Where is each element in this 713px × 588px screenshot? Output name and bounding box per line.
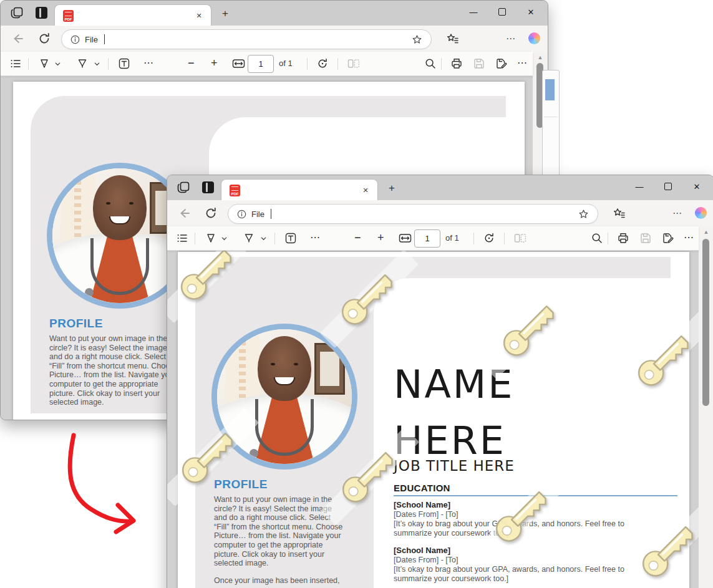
desktop: PDF ✕ + — ✕ File xyxy=(0,0,713,588)
bookmark-star-icon[interactable] xyxy=(412,34,422,45)
address-bar[interactable]: File xyxy=(61,29,432,49)
toolbar-more-icon[interactable]: ⋯ xyxy=(517,57,527,69)
favorites-icon[interactable] xyxy=(447,32,459,45)
maximize-button[interactable] xyxy=(654,175,682,198)
table-of-contents-icon[interactable] xyxy=(10,58,21,69)
key-stamp-icon xyxy=(629,324,699,396)
pdf-tab[interactable]: PDF ✕ xyxy=(221,179,378,201)
profile-heading: PROFILE xyxy=(49,317,103,330)
toolbar-divider xyxy=(473,233,474,244)
back-icon[interactable] xyxy=(178,207,190,219)
settings-more-icon[interactable]: ⋯ xyxy=(670,207,685,219)
doctor-face xyxy=(258,336,311,401)
bookmark-star-icon[interactable] xyxy=(578,209,589,219)
minimize-button[interactable]: — xyxy=(459,1,488,23)
zoom-out-icon[interactable]: − xyxy=(354,231,361,244)
red-arrow-annotation xyxy=(55,428,148,537)
copilot-icon[interactable] xyxy=(528,32,540,44)
maximize-icon xyxy=(664,183,672,190)
page-number-input[interactable]: 1 xyxy=(414,229,440,248)
new-tab-button[interactable]: + xyxy=(384,181,399,196)
key-stamp-icon xyxy=(487,480,560,552)
split-screen-icon[interactable] xyxy=(202,181,214,193)
toolbar-divider xyxy=(195,233,195,244)
page-number-input[interactable]: 1 xyxy=(248,55,274,73)
split-screen-icon[interactable] xyxy=(36,7,47,19)
print-icon[interactable] xyxy=(618,233,629,244)
toolbar-divider xyxy=(28,58,29,70)
annotate-more-icon[interactable]: ⋯ xyxy=(310,231,320,243)
rotate-icon[interactable] xyxy=(317,58,328,69)
save-icon xyxy=(473,58,485,69)
key-stamp-icon xyxy=(172,250,245,310)
window-controls: — ✕ xyxy=(459,1,545,23)
profile-paragraph-2: Once your image has been inserted, xyxy=(214,576,346,586)
maximize-button[interactable] xyxy=(488,1,517,23)
highlighter-icon[interactable] xyxy=(77,58,88,69)
zoom-in-icon[interactable]: + xyxy=(211,57,218,70)
key-stamp-icon xyxy=(173,421,246,493)
close-button[interactable]: ✕ xyxy=(517,1,545,23)
toolbar-divider xyxy=(608,233,608,244)
refresh-icon[interactable] xyxy=(38,32,51,45)
search-icon[interactable] xyxy=(591,233,603,244)
draw-pen-chevron-icon[interactable] xyxy=(54,60,61,67)
pdf-viewport: PROFILE Want to put your own image in th… xyxy=(167,250,699,588)
url-text: File xyxy=(251,210,264,219)
print-icon[interactable] xyxy=(451,58,462,69)
school-dates: [Dates From] - [To] xyxy=(394,556,458,564)
highlighter-chevron-icon[interactable] xyxy=(260,235,267,242)
add-text-icon[interactable] xyxy=(285,233,296,244)
draw-pen-chevron-icon[interactable] xyxy=(221,235,228,242)
rotate-icon[interactable] xyxy=(483,233,495,244)
workspaces-icon[interactable] xyxy=(177,181,190,194)
new-tab-button[interactable]: + xyxy=(218,6,233,21)
refresh-icon[interactable] xyxy=(205,207,217,219)
pdf-page: PROFILE Want to put your own image in th… xyxy=(178,252,689,588)
site-info-icon[interactable] xyxy=(237,210,246,219)
copilot-icon[interactable] xyxy=(695,207,707,219)
scroll-up-icon[interactable]: ▲ xyxy=(699,229,713,235)
address-bar[interactable]: File xyxy=(228,204,598,224)
zoom-out-icon[interactable]: − xyxy=(188,57,195,70)
annotate-more-icon[interactable]: ⋯ xyxy=(143,57,153,69)
background-window-sliver[interactable] xyxy=(542,70,560,176)
search-icon[interactable] xyxy=(425,58,436,69)
save-as-icon[interactable] xyxy=(496,58,507,69)
key-stamp-icon xyxy=(495,294,567,366)
toolbar-divider xyxy=(337,58,338,70)
add-text-icon[interactable] xyxy=(119,58,130,69)
pdf-tab[interactable]: PDF ✕ xyxy=(54,4,211,26)
settings-more-icon[interactable]: ⋯ xyxy=(503,32,518,45)
scroll-up-icon[interactable]: ▲ xyxy=(533,54,548,60)
fit-to-width-icon[interactable] xyxy=(399,233,412,244)
stethoscope xyxy=(90,238,149,295)
tab-close-icon[interactable]: ✕ xyxy=(359,183,372,197)
save-as-icon[interactable] xyxy=(662,233,674,244)
minimize-button[interactable]: — xyxy=(625,175,654,198)
maximize-icon xyxy=(498,8,506,16)
vertical-scrollbar[interactable]: ▲ ▼ xyxy=(698,226,713,588)
page-view-icon xyxy=(347,58,360,69)
table-of-contents-icon[interactable] xyxy=(177,233,188,244)
template-top-band-shape xyxy=(73,96,506,117)
toolbar-divider xyxy=(441,58,442,70)
scrollbar-thumb[interactable] xyxy=(702,239,709,406)
draw-pen-icon[interactable] xyxy=(39,58,50,69)
back-icon[interactable] xyxy=(11,32,24,45)
site-info-icon[interactable] xyxy=(70,35,80,44)
key-stamp-icon xyxy=(634,514,699,587)
draw-pen-icon[interactable] xyxy=(205,233,216,244)
workspaces-icon[interactable] xyxy=(11,7,23,19)
highlighter-chevron-icon[interactable] xyxy=(94,60,100,67)
pdf-file-icon: PDF xyxy=(230,185,240,196)
page-count-label: of 1 xyxy=(445,233,459,243)
fit-to-width-icon[interactable] xyxy=(232,58,245,69)
toolbar-more-icon[interactable]: ⋯ xyxy=(684,231,694,243)
highlighter-icon[interactable] xyxy=(243,233,255,244)
zoom-in-icon[interactable]: + xyxy=(377,231,384,244)
tab-close-icon[interactable]: ✕ xyxy=(192,9,206,22)
address-bar-row: File ⋯ xyxy=(167,200,713,226)
favorites-icon[interactable] xyxy=(613,207,626,219)
close-button[interactable]: ✕ xyxy=(682,175,711,198)
